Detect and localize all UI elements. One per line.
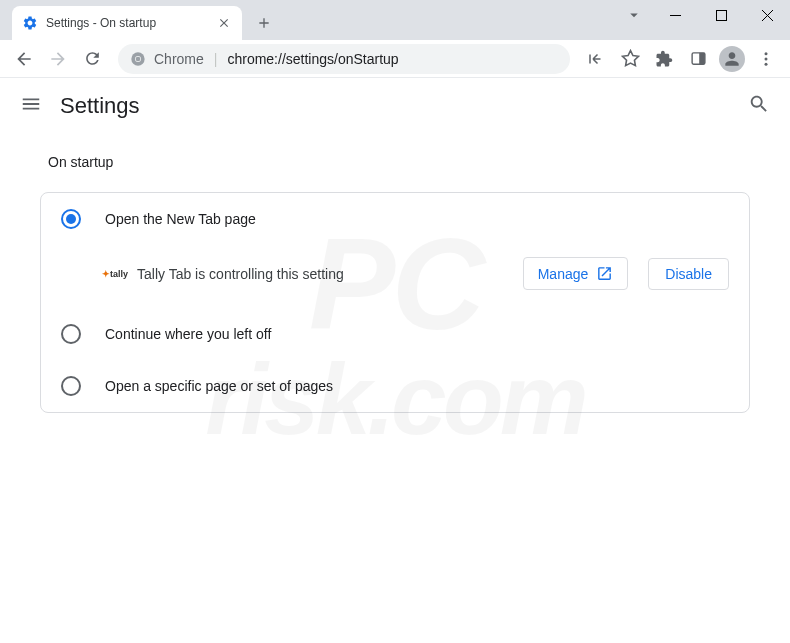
extension-control-notice: ✦tally Tally Tab is controlling this set… [41,245,749,308]
url-path: chrome://settings/onStartup [227,51,558,67]
address-bar[interactable]: Chrome | chrome://settings/onStartup [118,44,570,74]
hamburger-icon[interactable] [20,93,42,119]
close-window-button[interactable] [744,0,790,30]
page-content: Settings On startup Open the New Tab pag… [0,78,790,433]
url-scheme-label: Chrome [154,51,204,67]
svg-rect-0 [670,15,681,16]
window-controls [616,0,790,30]
svg-point-8 [765,57,768,60]
radio-selected-icon[interactable] [61,209,81,229]
close-tab-icon[interactable] [216,15,232,31]
extension-logo-icon: ✦tally [105,264,125,284]
page-header: Settings [0,78,790,134]
option-label: Continue where you left off [105,326,271,342]
section-title: On startup [48,154,750,170]
minimize-button[interactable] [652,0,698,30]
page-title: Settings [60,93,730,119]
extensions-icon[interactable] [648,43,680,75]
manage-label: Manage [538,266,589,282]
option-specific-pages[interactable]: Open a specific page or set of pages [41,360,749,412]
new-tab-button[interactable] [250,9,278,37]
bookmark-icon[interactable] [614,43,646,75]
disable-button[interactable]: Disable [648,258,729,290]
svg-rect-1 [716,10,726,20]
svg-point-9 [765,62,768,65]
share-icon[interactable] [580,43,612,75]
controlled-message: Tally Tab is controlling this setting [137,266,511,282]
svg-point-7 [765,52,768,55]
browser-toolbar: Chrome | chrome://settings/onStartup [0,40,790,78]
radio-unselected-icon[interactable] [61,376,81,396]
startup-section: On startup Open the New Tab page ✦tally … [0,134,790,433]
forward-button[interactable] [42,43,74,75]
reload-button[interactable] [76,43,108,75]
browser-tab[interactable]: Settings - On startup [12,6,242,40]
window-titlebar: Settings - On startup [0,0,790,40]
open-external-icon [596,265,613,282]
menu-icon[interactable] [750,43,782,75]
manage-button[interactable]: Manage [523,257,629,290]
search-icon[interactable] [748,93,770,119]
tab-title: Settings - On startup [46,16,208,30]
radio-unselected-icon[interactable] [61,324,81,344]
maximize-button[interactable] [698,0,744,30]
url-separator: | [214,51,218,67]
back-button[interactable] [8,43,40,75]
profile-avatar[interactable] [719,46,745,72]
option-label: Open the New Tab page [105,211,256,227]
option-continue[interactable]: Continue where you left off [41,308,749,360]
settings-icon [22,15,38,31]
tab-search-icon[interactable] [616,0,652,30]
chrome-icon [130,51,146,67]
svg-point-4 [136,56,141,61]
svg-rect-6 [699,53,705,64]
option-label: Open a specific page or set of pages [105,378,333,394]
sidepanel-icon[interactable] [682,43,714,75]
option-new-tab[interactable]: Open the New Tab page [41,193,749,245]
options-card: Open the New Tab page ✦tally Tally Tab i… [40,192,750,413]
